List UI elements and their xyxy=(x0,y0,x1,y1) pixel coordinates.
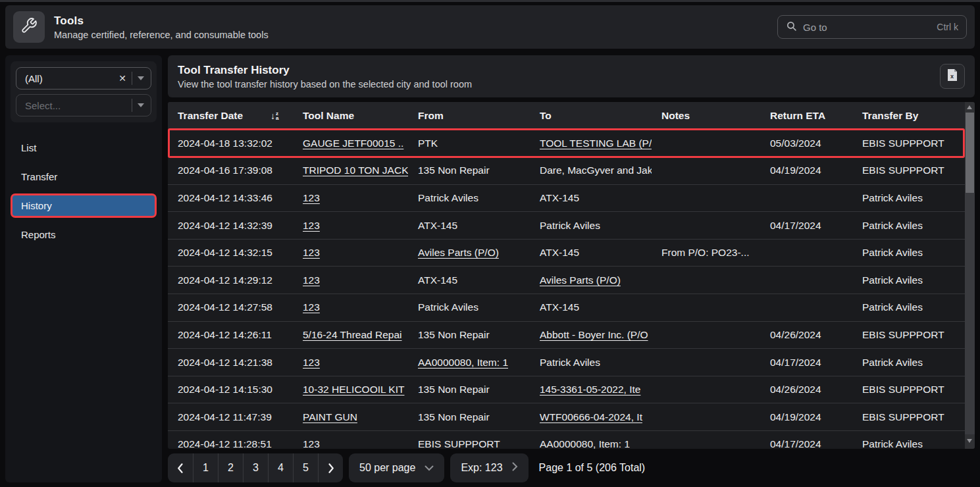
column-header-to[interactable]: To xyxy=(530,102,652,130)
chevron-down-icon[interactable] xyxy=(138,76,144,80)
page-button-4[interactable]: 4 xyxy=(268,453,293,482)
sidebar-item-history[interactable]: History xyxy=(11,193,157,218)
return-eta-cell: 04/19/2024 xyxy=(770,165,821,176)
transfer-date-cell: 2024-04-12 14:29:12 xyxy=(178,274,272,286)
to-cell: Patrick Aviles xyxy=(540,220,600,231)
previous-page-button[interactable] xyxy=(168,453,193,482)
select-divider xyxy=(132,99,132,112)
page-button-2[interactable]: 2 xyxy=(218,453,243,482)
column-header-tool-name[interactable]: Tool Name xyxy=(293,102,408,130)
column-header-transfer-by[interactable]: Transfer By xyxy=(852,102,965,130)
tool-name-link[interactable]: 123 xyxy=(303,220,320,231)
export-excel-button[interactable]: x xyxy=(940,64,965,89)
to-link[interactable]: TOOL TESTING LAB (P/ xyxy=(540,138,652,149)
return-eta-cell: 04/26/2024 xyxy=(770,384,821,395)
transfer-by-cell: EBIS SUPPPORT xyxy=(862,329,944,340)
return-eta-cell: 05/03/2024 xyxy=(770,138,821,149)
table-row: 2024-04-12 11:28:51123EBIS SUPPPORTAA000… xyxy=(168,431,965,449)
chevron-down-icon[interactable] xyxy=(138,103,144,107)
transfer-by-cell: Patrick Aviles xyxy=(862,301,923,313)
column-label: Return ETA xyxy=(770,110,825,122)
tool-name-link[interactable]: PAINT GUN xyxy=(303,411,357,423)
tool-name-link[interactable]: 123 xyxy=(303,274,320,286)
tool-name-link[interactable]: TRIPOD 10 TON JACK xyxy=(303,165,408,176)
to-cell: AA0000080, Item: 1 xyxy=(540,438,630,449)
per-page-value: 50 per page xyxy=(359,462,415,474)
from-cell: Patrick Aviles xyxy=(418,192,478,203)
page-subtitle: Manage certified, reference, and consuma… xyxy=(54,30,269,40)
scrollbar-thumb[interactable] xyxy=(966,113,974,193)
table-scrollbar[interactable] xyxy=(965,102,975,449)
page-button-3[interactable]: 3 xyxy=(243,453,268,482)
from-link[interactable]: Aviles Parts (P/O) xyxy=(418,247,499,258)
scrollbar-track[interactable] xyxy=(965,193,975,434)
section-header: Tool Transfer History View the tool tran… xyxy=(168,55,975,97)
city-filter-select[interactable]: (All) ✕ xyxy=(16,67,151,90)
city-filter-value: (All) xyxy=(25,73,43,84)
scroll-down-icon[interactable] xyxy=(967,439,972,443)
search-placeholder: Go to xyxy=(803,22,827,33)
tool-name-link[interactable]: 123 xyxy=(303,247,320,258)
return-eta-cell: 04/19/2024 xyxy=(770,411,821,423)
tool-name-link[interactable]: 5/16-24 Thread Repai xyxy=(303,329,402,340)
table-row: 2024-04-12 14:21:38123AA0000080, Item: 1… xyxy=(168,349,965,376)
transfer-date-cell: 2024-04-18 13:32:02 xyxy=(178,138,272,149)
column-header-from[interactable]: From xyxy=(408,102,530,130)
clear-filter-icon[interactable]: ✕ xyxy=(118,73,126,84)
pagination-bar: 12345 50 per page Exp: 123 Page 1 of 5 (… xyxy=(168,449,975,482)
table-body: 2024-04-18 13:32:02GAUGE JETF00015 ..PTK… xyxy=(168,130,965,449)
return-eta-cell: 04/17/2024 xyxy=(770,220,821,231)
sidebar-item-label: History xyxy=(21,200,52,211)
select-divider xyxy=(132,72,132,85)
from-cell: PTK xyxy=(418,138,438,149)
to-link[interactable]: WTF00666-04-2024, It xyxy=(540,411,642,423)
column-header-return-eta[interactable]: Return ETA xyxy=(760,102,852,130)
to-cell: ATX-145 xyxy=(540,247,579,258)
tool-name-link[interactable]: GAUGE JETF00015 .. xyxy=(303,138,403,149)
transfer-date-cell: 2024-04-12 14:26:11 xyxy=(178,329,272,340)
page-button-5[interactable]: 5 xyxy=(293,453,318,482)
table-row: 2024-04-16 17:39:08TRIPOD 10 TON JACK135… xyxy=(168,157,965,185)
to-link[interactable]: 145-3361-05-2022, Ite xyxy=(540,384,640,395)
goto-search-input[interactable]: Go to Ctrl k xyxy=(777,15,967,39)
section-subtitle: View the tool transfer history based on … xyxy=(178,79,472,90)
tool-name-link[interactable]: 10-32 HELICOOIL KIT xyxy=(303,384,405,395)
tool-name-link[interactable]: 123 xyxy=(303,301,320,313)
from-cell: 135 Non Repair xyxy=(418,411,490,423)
transfer-date-cell: 2024-04-12 11:28:51 xyxy=(178,438,272,449)
per-page-select[interactable]: 50 per page xyxy=(349,453,444,482)
transfer-date-cell: 2024-04-12 14:27:58 xyxy=(178,301,272,313)
toolroom-filter-select[interactable]: Select... xyxy=(16,94,151,116)
next-page-button[interactable] xyxy=(318,453,343,482)
sidebar: (All) ✕ Select... ListTransferHistoryRep… xyxy=(5,55,162,482)
chevron-right-icon xyxy=(328,463,334,473)
to-link[interactable]: Abbott - Boyer Inc. (P/O xyxy=(540,329,648,340)
page-number: 1 xyxy=(203,462,209,474)
sidebar-item-list[interactable]: List xyxy=(11,136,157,160)
table-header-row: Transfer Date↓zaTool NameFromToNotesRetu… xyxy=(168,102,965,130)
tool-name-link[interactable]: 123 xyxy=(303,192,320,203)
to-cell: Dare, MacGyver and Jak xyxy=(540,165,652,176)
column-header-transfer-date[interactable]: Transfer Date↓za xyxy=(168,102,293,130)
sort-descending-icon[interactable]: ↓za xyxy=(271,111,278,120)
notes-cell: From P/O: PO23-... xyxy=(661,247,750,258)
tool-name-cell: 123 xyxy=(303,438,320,449)
transfer-by-cell: Patrick Aviles xyxy=(862,192,923,203)
table-row: 2024-04-12 14:32:15123Aviles Parts (P/O)… xyxy=(168,239,965,267)
to-link[interactable]: Aviles Parts (P/O) xyxy=(540,274,621,286)
export-page-button[interactable]: Exp: 123 xyxy=(450,453,528,482)
transfer-date-cell: 2024-04-12 14:32:39 xyxy=(178,220,272,231)
tool-name-link[interactable]: 123 xyxy=(303,357,320,368)
page-summary: Page 1 of 5 (206 Total) xyxy=(539,462,646,474)
transfer-by-cell: Patrick Aviles xyxy=(862,274,923,286)
chevron-left-icon xyxy=(177,463,184,473)
page-button-1[interactable]: 1 xyxy=(193,453,218,482)
sidebar-item-reports[interactable]: Reports xyxy=(11,222,157,247)
sidebar-item-transfer[interactable]: Transfer xyxy=(11,165,157,189)
chevron-down-icon xyxy=(425,462,434,474)
from-link[interactable]: AA0000080, Item: 1 xyxy=(418,357,508,368)
transfer-by-cell: EBIS SUPPPORT xyxy=(862,138,944,149)
scroll-up-icon[interactable] xyxy=(967,105,972,109)
column-header-notes[interactable]: Notes xyxy=(652,102,760,130)
column-label: Notes xyxy=(661,110,690,122)
